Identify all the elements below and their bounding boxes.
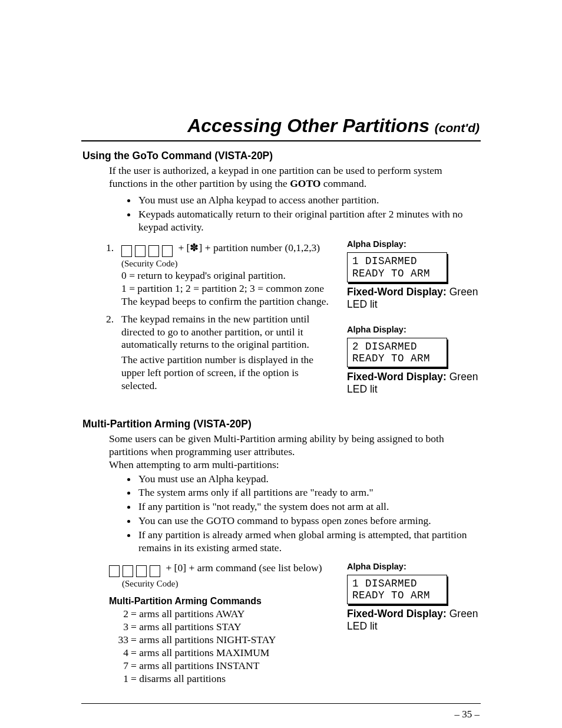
fixed-word-line: Fixed-Word Display: Green LED lit	[347, 286, 480, 311]
page-number: – 35 –	[82, 709, 480, 720]
fixed-word-label: Fixed-Word Display:	[347, 608, 449, 620]
section2-intro: Some users can be given Multi-Partition …	[109, 433, 480, 459]
section1-bullets: You must use an Alpha keypad to access a…	[109, 194, 480, 234]
security-code-note: (Security Code)	[121, 258, 329, 269]
step2-para1: The keypad remains in the new partition …	[121, 313, 329, 352]
step-2: 2. The keypad remains in the new partiti…	[106, 313, 329, 393]
step1-line4: The keypad beeps to confirm the partitio…	[121, 295, 329, 308]
step-text: The keypad remains in the new partition …	[121, 313, 329, 393]
bullet-item: The system arms only if all partitions a…	[137, 486, 480, 499]
step-number: 1.	[106, 242, 121, 308]
arming-commands-list: 2= arms all partitions AWAY 3= arms all …	[113, 608, 329, 685]
section1-intro: If the user is authorized, a keypad in o…	[109, 164, 480, 190]
left-column: + [0] + arm command (see list below) (Se…	[82, 558, 329, 686]
step-text: + [✽] + partition number (0,1,2,3) (Secu…	[121, 242, 329, 308]
cmd-row: 1= disarms all partitions	[113, 673, 329, 686]
section-multi-partition-header: Multi-Partition Arming (VISTA-20P)	[82, 418, 480, 430]
step3-line1: + [0] + arm command (see list below)	[163, 562, 322, 574]
intro-goto-bold: GOTO	[290, 177, 320, 189]
lcd-line: 2 DISARMED	[352, 341, 442, 353]
alpha-display-label: Alpha Display:	[347, 325, 480, 334]
security-code-boxes	[121, 244, 176, 257]
fixed-word-label: Fixed-Word Display:	[347, 371, 449, 383]
step2-para2: The active partition number is displayed…	[121, 354, 329, 393]
title-rule	[81, 140, 481, 141]
alpha-display-block-3: Alpha Display: 1 DISARMED READY TO ARM F…	[347, 562, 480, 633]
step-3: + [0] + arm command (see list below) (Se…	[109, 562, 329, 589]
alpha-display-block-1: Alpha Display: 1 DISARMED READY TO ARM F…	[347, 239, 480, 310]
right-column: Alpha Display: 1 DISARMED READY TO ARM F…	[347, 558, 480, 686]
multi-partition-arming-commands-header: Multi-Partition Arming Commands	[109, 596, 329, 607]
step1-line2: 0 = return to keypad's original partitio…	[121, 269, 329, 282]
cmd-row: 33= arms all partitions NIGHT-STAY	[113, 634, 329, 647]
lcd-line: 1 DISARMED	[352, 255, 442, 267]
footer-rule	[81, 703, 481, 704]
title-main: Accessing Other Partitions	[187, 115, 435, 136]
two-column-row-1: 1. + [✽] + partition number (0,1,2,3) (S…	[82, 237, 480, 410]
lcd-display-1: 1 DISARMED READY TO ARM	[347, 252, 447, 282]
alpha-display-block-2: Alpha Display: 2 DISARMED READY TO ARM F…	[347, 325, 480, 396]
lcd-display-2: 2 DISARMED READY TO ARM	[347, 338, 447, 367]
left-column: 1. + [✽] + partition number (0,1,2,3) (S…	[82, 237, 329, 410]
step1-line3: 1 = partition 1; 2 = partition 2; 3 = co…	[121, 282, 329, 295]
step1-line1: + [✽] + partition number (0,1,2,3)	[176, 242, 320, 253]
section2-bullets: You must use an Alpha keypad. The system…	[109, 473, 480, 555]
two-column-row-2: + [0] + arm command (see list below) (Se…	[82, 558, 480, 686]
intro-text-b: command.	[320, 177, 366, 189]
intro-text-a: If the user is authorized, a keypad in o…	[109, 164, 442, 189]
right-column: Alpha Display: 1 DISARMED READY TO ARM F…	[347, 237, 480, 410]
security-code-note: (Security Code)	[122, 578, 329, 589]
lcd-display-3: 1 DISARMED READY TO ARM	[347, 575, 447, 604]
alpha-display-label: Alpha Display:	[347, 239, 480, 249]
bullet-item: If any partition is already armed when g…	[137, 529, 480, 555]
bullet-item: You can use the GOTO command to bypass o…	[137, 515, 480, 528]
step-number: 2.	[106, 313, 121, 393]
fixed-word-label: Fixed-Word Display:	[347, 286, 449, 298]
lcd-line: 1 DISARMED	[352, 578, 442, 589]
cmd-row: 3= arms all partitions STAY	[113, 621, 329, 634]
bullet-item: Keypads automatically return to their or…	[137, 208, 480, 234]
bullet-item: You must use an Alpha keypad.	[137, 473, 480, 486]
title-contd: (cont'd)	[435, 121, 480, 134]
lcd-line: READY TO ARM	[352, 589, 442, 601]
bullet-item: You must use an Alpha keypad to access a…	[137, 194, 480, 207]
security-code-boxes	[109, 564, 163, 577]
cmd-row: 2= arms all partitions AWAY	[113, 608, 329, 621]
cmd-row: 7= arms all partitions INSTANT	[113, 660, 329, 673]
lcd-line: READY TO ARM	[352, 268, 442, 279]
manual-page: Accessing Other Partitions (cont'd) Usin…	[0, 0, 562, 728]
fixed-word-line: Fixed-Word Display: Green LED lit	[347, 608, 480, 633]
section2-intro2: When attempting to arm multi-partitions:	[109, 459, 480, 472]
lcd-line: READY TO ARM	[352, 353, 442, 364]
step-1: 1. + [✽] + partition number (0,1,2,3) (S…	[106, 242, 329, 308]
section-using-goto-header: Using the GoTo Command (VISTA-20P)	[82, 150, 480, 162]
fixed-word-line: Fixed-Word Display: Green LED lit	[347, 371, 480, 396]
bullet-item: If any partition is "not ready," the sys…	[137, 500, 480, 513]
alpha-display-label: Alpha Display:	[347, 562, 480, 571]
page-title: Accessing Other Partitions (cont'd)	[82, 115, 480, 137]
cmd-row: 4= arms all partitions MAXIMUM	[113, 647, 329, 660]
